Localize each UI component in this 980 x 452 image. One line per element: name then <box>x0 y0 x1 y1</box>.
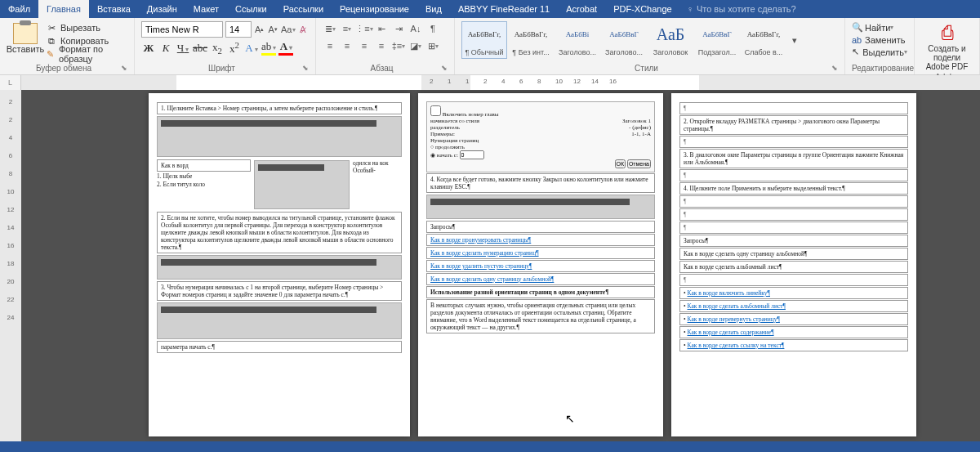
page-1[interactable]: 1. Щелкните Вставка > Номер страницы, а … <box>149 93 410 436</box>
create-pdf-button[interactable]: ⎙ Создать и подели Adobe PDF <box>921 21 973 71</box>
find-label: Найти <box>865 23 890 33</box>
style-item[interactable]: АаБбВвГПодзагол... <box>694 21 740 59</box>
tab-layout[interactable]: Макет <box>185 0 227 18</box>
text-line: 2. Если титул коло <box>157 181 251 188</box>
group-adobe-pdf: ⎙ Создать и подели Adobe PDF Adobe <box>915 18 980 74</box>
find-button[interactable]: 🔍Найти ▾ <box>852 21 907 34</box>
style-gallery[interactable]: АаБбВвГг,¶ ОбычныйАаБбВвГг,¶ Без инт...А… <box>461 21 838 59</box>
clipboard-launcher[interactable]: ⬊ <box>121 64 127 72</box>
tab-finereader[interactable]: ABBYY FineReader 11 <box>450 0 558 18</box>
group-editing: 🔍Найти ▾ abЗаменить ↖Выделить ▾ Редактир… <box>845 18 915 74</box>
highlight-button[interactable]: ab <box>261 40 276 56</box>
cut-button[interactable]: ✂Вырезать <box>46 21 127 34</box>
text-block: 4. Когда все будет готово, нажмите кнопк… <box>426 173 655 193</box>
italic-button[interactable]: К <box>158 42 173 55</box>
hyperlink[interactable]: Как в ворде включить линейку¶ <box>688 289 770 297</box>
hyperlink[interactable]: Как в ворде пронумеровать страницы¶ <box>426 234 655 246</box>
strikethrough-button[interactable]: abc <box>193 42 207 55</box>
font-label: Шрифт⬊ <box>141 62 309 74</box>
font-size-select[interactable] <box>225 21 252 38</box>
paste-icon <box>13 23 38 44</box>
select-label: Выделить <box>862 47 904 57</box>
page-3[interactable]: 2. Откройте вкладку РАЗМЕТКА страницы > … <box>671 93 916 436</box>
clear-formatting-button[interactable]: A̷ <box>298 22 310 37</box>
style-item[interactable]: АаБбВвГг,¶ Без инт... <box>508 21 554 59</box>
underline-button[interactable]: Ч <box>176 42 190 55</box>
align-center-button[interactable]: ≡ <box>340 38 354 53</box>
hyperlink[interactable]: Как в ворде сделать нумерацию страниц¶ <box>426 247 655 259</box>
style-sample: АаБбВвГг, <box>510 24 551 45</box>
page-2[interactable]: Включить номер главы начинается со стиля… <box>418 93 663 436</box>
hyperlink[interactable]: Как в ворде перевернуть страницу¶ <box>688 316 780 323</box>
tab-design[interactable]: Дизайн <box>139 0 185 18</box>
cancel-button[interactable]: Отмена <box>627 159 651 168</box>
line-spacing-button[interactable]: ‡≡ <box>391 38 406 53</box>
style-sample: АаБбВвГ <box>697 24 737 45</box>
decrease-indent-button[interactable]: ⇤ <box>374 21 389 36</box>
tab-acrobat[interactable]: Acrobat <box>558 0 605 18</box>
text-effects-button[interactable]: A <box>244 42 259 55</box>
tab-references[interactable]: Ссылки <box>227 0 275 18</box>
paste-button[interactable]: Вставить <box>7 21 44 56</box>
font-name-select[interactable] <box>141 21 223 38</box>
multilevel-button[interactable]: ⋮≡ <box>357 21 372 36</box>
borders-button[interactable]: ⊞ <box>425 38 440 53</box>
empty-cell <box>679 169 908 181</box>
style-item[interactable]: АаБЗаголовок <box>648 21 693 59</box>
superscript-button[interactable]: x2 <box>227 40 242 56</box>
font-color-button[interactable]: А <box>278 40 293 56</box>
tell-me-search[interactable]: ♀ Что вы хотите сделать? <box>687 4 796 14</box>
heading-block: Использование разной ориентации страниц … <box>426 286 655 298</box>
embedded-screenshot <box>157 116 402 157</box>
ok-button[interactable]: ОК <box>615 159 626 168</box>
sort-button[interactable]: A↓ <box>408 21 423 36</box>
tab-insert[interactable]: Вставка <box>89 0 139 18</box>
horizontal-ruler[interactable]: L 211246810121416 <box>0 75 980 90</box>
vertical-ruler[interactable]: 224681012141618202224 <box>0 90 21 441</box>
include-chapter-checkbox[interactable] <box>430 105 441 116</box>
replace-button[interactable]: abЗаменить <box>852 34 907 46</box>
tab-review[interactable]: Рецензирование <box>332 0 417 18</box>
style-item[interactable]: АаБбВвГг,¶ Обычный <box>461 21 507 59</box>
adobe-pdf-sublabel: Adobe PDF <box>921 62 973 71</box>
format-painter-button[interactable]: ✎Формат по образцу <box>46 47 127 60</box>
tab-pdfxchange[interactable]: PDF-XChange <box>605 0 680 18</box>
styles-more-button[interactable]: ▾ <box>787 33 802 47</box>
hyperlink[interactable]: Как в ворде сделать содержание¶ <box>688 329 774 336</box>
styles-launcher[interactable]: ⬊ <box>831 64 838 72</box>
shading-button[interactable]: ◪ <box>408 38 423 53</box>
increase-indent-button[interactable]: ⇥ <box>391 21 406 36</box>
status-bar[interactable] <box>0 441 980 452</box>
chk-label: Включить номер главы <box>443 111 499 118</box>
align-right-button[interactable]: ≡ <box>357 38 372 53</box>
hyperlink[interactable]: Как в ворде сделать альбомный лист¶ <box>688 302 786 310</box>
font-launcher[interactable]: ⬊ <box>302 64 309 72</box>
style-item[interactable]: АаБбВіЗаголово... <box>555 21 600 59</box>
justify-button[interactable]: ≡ <box>374 38 389 53</box>
grow-font-button[interactable]: A▴ <box>254 22 265 37</box>
tab-view[interactable]: Вид <box>417 0 450 18</box>
bullets-button[interactable]: ≣ <box>323 21 337 36</box>
hyperlink[interactable]: Как в ворде удалить пустую страницу¶ <box>426 260 655 272</box>
change-case-button[interactable]: Aa <box>281 22 295 37</box>
tab-file[interactable]: Файл <box>0 0 38 18</box>
hyperlink[interactable]: Как в ворде сделать одну страницу альбом… <box>426 273 655 285</box>
tab-mailings[interactable]: Рассылки <box>275 0 332 18</box>
subscript-button[interactable]: x2 <box>210 41 225 56</box>
bold-button[interactable]: Ж <box>141 42 156 55</box>
text-block: Как в ворде сделать одну страницу альбом… <box>679 248 908 260</box>
align-left-button[interactable]: ≡ <box>323 38 337 53</box>
numbering-button[interactable]: ≡ <box>340 21 354 36</box>
select-button[interactable]: ↖Выделить ▾ <box>852 46 907 58</box>
style-item[interactable]: АаБбВвГг,Слабое в... <box>741 21 786 59</box>
paragraph-launcher[interactable]: ⬊ <box>441 64 448 72</box>
document-area[interactable]: 224681012141618202224 1. Щелкните Вставк… <box>0 90 980 441</box>
shrink-font-button[interactable]: A▾ <box>268 22 279 37</box>
text-block: 2. Если вы не хотите, чтобы номер выводи… <box>157 212 402 253</box>
tab-home[interactable]: Главная <box>38 0 89 18</box>
style-item[interactable]: АаБбВвГЗаголово... <box>601 21 647 59</box>
show-marks-button[interactable]: ¶ <box>425 21 440 36</box>
hyperlink[interactable]: Как в ворде сделать ссылку на текст¶ <box>688 342 785 349</box>
style-name: Подзагол... <box>697 48 737 56</box>
start-at-input[interactable] <box>460 150 484 159</box>
